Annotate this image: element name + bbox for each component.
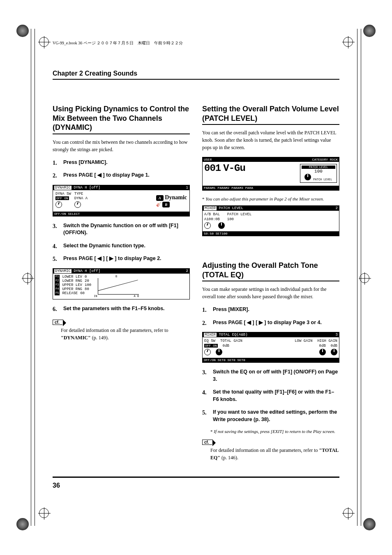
lcd-value: 0dB [331,344,337,348]
trim-line [35,29,35,526]
step-3: Switch the EQ on or off with [F1] (ON/OF… [202,368,339,383]
step-2: Press PAGE [ ◀ ] to display Page 1. [53,172,190,179]
knob-icon [204,222,211,229]
patch-level-popup: PATCH LEVEL 100 PATCH LEVEL [300,164,337,183]
cf-text: For detailed information on all the para… [61,327,190,341]
lcd-screenshot-total-eq: MIXER TOTAL EQ(A&B) 3 EQ SW TOTAL GAIN L… [202,332,339,363]
page-number: 36 [53,482,339,489]
lcd-label: DYNA SW [55,192,71,197]
lcd-screenshot-dynamic-page2: DYNAMIC DYNA H [off] 2 F1LOWER LEV0 F2LO… [53,268,190,299]
lcd-row: F5RELEASE60 [55,291,91,295]
lcd-value: 100 [227,217,234,221]
knob-icon [55,201,62,208]
knob-icon [204,349,211,355]
lcd-value: A100:0B [204,217,220,221]
knob-icon [74,201,81,208]
dynamic-label: Dynamic [165,194,187,200]
cf-tag-icon: cf. [53,320,63,325]
knob-icon [304,174,311,180]
lcd-label: TOTAL GAIN [220,339,242,343]
patch-number: 001 [204,163,221,174]
step-5: If you want to save the edited settings,… [202,409,339,423]
section-title-patch-level: Setting the Overall Patch Volume Level (… [202,104,339,125]
lcd-label: PATCH LEVEL [227,212,251,216]
step-1: Press [MIXER]. [202,306,339,313]
registration-mark-icon [343,508,353,518]
knob-icon [218,222,225,229]
crop-mark-br [363,518,376,530]
lcd-screenshot-mixer-patch-level: MIXER PATCH LEVEL 2 A/B BAL PATCH LEVEL … [202,205,339,236]
lcd-footer: 50:50 SET100 [203,231,339,236]
trim-line [361,29,361,526]
page-footer: 36 [53,477,339,489]
dynamic-graph [98,278,139,295]
cf-tag-icon: cf. [202,440,213,445]
cf-text: For detailed information on all the para… [210,447,339,461]
registration-mark-icon [39,37,49,47]
step-5: Press PAGE [ ◀ ] [ ▶ ] to display Page 2… [53,255,190,263]
step-4: Select the Dynamic function type. [53,242,190,250]
registration-mark-icon [343,37,353,47]
book-meta-header: VG-99_e.book 36 ページ ２００７年７月５日 木曜日 午前９時２２… [53,40,183,46]
footnote: If not saving the settings, press [EXIT]… [210,429,339,434]
patch-name: V-Gu [223,163,245,174]
lcd-label: A/B BAL [204,212,220,216]
lcd-row: F4UPPER RNG80 [55,287,91,291]
badge-b-icon: B [162,202,170,207]
lcd-footer: OFF/ON SET0 SET0 SET0 [203,358,339,362]
trim-line [357,29,357,526]
step-2: Press PAGE [ ◀ ] [ ▶ ] to display Page 3… [202,319,339,327]
knob-icon [331,349,337,355]
footnote: You can also adjust this parameter in Pa… [202,196,339,201]
lcd-screenshot-dynamic-page1: DYNAMIC DYNA H [off] 1 DYNA SW OFF ON TY… [53,185,190,216]
knob-icon [216,349,222,355]
lcd-value: 0dB [223,344,229,348]
trim-line [31,29,31,526]
lcd-row: F2LOWER RNG20 [55,279,91,283]
lcd-row: F3UPPER LEV100 [55,283,91,287]
lcd-value: 0dB [319,344,326,348]
lcd-label: LOW GAIN [295,339,312,343]
crop-mark-bl [16,518,29,530]
lcd-value: OFF ON [55,196,69,200]
section-intro: You can set the overall patch volume lev… [202,129,339,151]
lcd-label: HIGH GAIN [317,339,337,343]
lcd-row: F1LOWER LEV0 [55,275,91,279]
lcd-screenshot-patch-level: USER CATEGORY ROCK 001 V-Gu PATCH LEVEL … [202,157,339,191]
knob-icon [319,349,326,355]
badge-a-icon: A [156,195,164,201]
step-3: Switch the Dynamic function on or off wi… [53,222,190,237]
crop-mark-tl [16,25,29,37]
chapter-title: Chapter 2 Creating Sounds [53,70,339,80]
step-6: Set the parameters with the F1–F5 knobs. [53,305,190,313]
left-column: Using Picking Dynamics to Control the Mi… [53,104,190,468]
crop-mark-tr [363,25,376,37]
section-title-total-eq: Adjusting the Overall Patch Tone (TOTAL … [202,261,339,281]
lcd-label: EQ SW [204,339,215,343]
lcd-footer: OFF/ON SELECT [53,212,189,216]
section-intro: You can control the mix between the two … [53,138,190,153]
section-title-dynamic: Using Picking Dynamics to Control the Mi… [53,104,190,134]
step-1: Press [DYNAMIC]. [53,159,190,166]
registration-mark-icon [39,508,49,518]
step-4: Set the tonal quality with [F1]–[F6] or … [202,389,339,403]
right-column: Setting the Overall Patch Volume Level (… [202,104,339,468]
section-intro: You can make separate settings in each i… [202,286,339,300]
lcd-value: DYNA A [74,196,88,201]
lcd-footer: PARAM1 PARAM2 PARAM3 PARA [203,186,339,190]
lcd-label: TYPE [74,192,88,197]
